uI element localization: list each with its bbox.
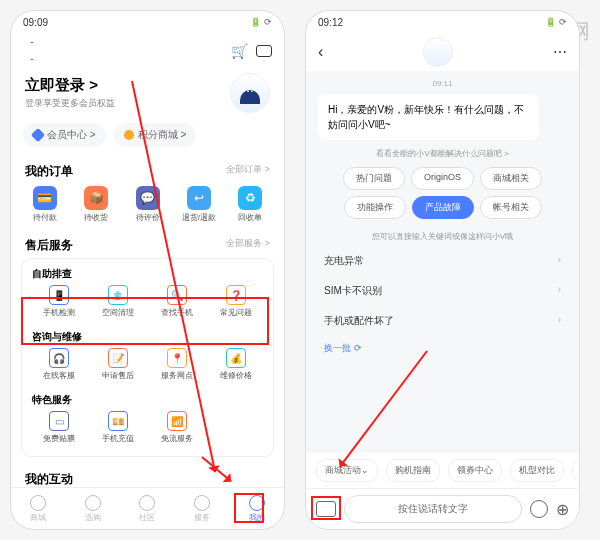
grid-item[interactable]: ▭免费贴膜 (30, 411, 89, 444)
refresh-batch[interactable]: 换一批 ⟳ (306, 336, 579, 361)
category-chip[interactable]: 商城相关 (480, 167, 542, 190)
app-icon: ↩ (187, 186, 211, 210)
chat-hint-1[interactable]: 看看全能的小V都能解决什么问题吧 > (306, 148, 579, 159)
app-icon: 💰 (226, 348, 246, 368)
avatar[interactable] (230, 73, 270, 113)
bot-message: Hi，亲爱的V粉，新年快乐！有什么问题，不妨问问小V吧~ (318, 94, 539, 140)
messages-icon[interactable] (256, 45, 272, 57)
grid-item[interactable]: 💳待付款 (19, 186, 70, 223)
keyboard-icon[interactable] (316, 501, 336, 517)
grid-item[interactable]: 🔍查找手机 (148, 285, 207, 318)
login-row[interactable]: 立即登录 > 登录享受更多会员权益 (11, 69, 284, 123)
content-scroll[interactable]: 我的订单 全部订单 > 💳待付款📦待收货💬待评价↩退货/退款♻回收单 售后服务 … (11, 157, 284, 487)
cart-icon[interactable] (231, 42, 248, 60)
points-mall-pill[interactable]: 积分商城 > (114, 123, 197, 147)
nav-item-服务[interactable]: 服务 (175, 488, 230, 529)
app-icon: ▭ (49, 411, 69, 431)
grid-label: 查找手机 (161, 307, 193, 318)
category-chip[interactable]: 帐号相关 (480, 196, 542, 219)
grid-item[interactable]: 🎧在线客服 (30, 348, 89, 381)
member-center-pill[interactable]: 会员中心 > (23, 123, 106, 147)
app-icon: ❓ (226, 285, 246, 305)
nav-item-社区[interactable]: 社区 (120, 488, 175, 529)
faq-row[interactable]: SIM卡不识别› (306, 276, 579, 306)
grid-label: 空间清理 (102, 307, 134, 318)
app-icon: 🔍 (167, 285, 187, 305)
chat-timestamp: 09:11 (306, 79, 579, 88)
nav-icon (30, 495, 46, 511)
orders-header: 我的订单 全部订单 > (11, 157, 284, 184)
coin-icon (124, 130, 134, 140)
grid-item[interactable]: ♻回收单 (225, 186, 276, 223)
category-chip[interactable]: 产品故障 (412, 196, 474, 219)
chevron-right-icon: › (558, 314, 561, 328)
grid-item[interactable]: ↩退货/退款 (173, 186, 224, 223)
grid-item[interactable]: 📱手机检测 (30, 285, 89, 318)
quick-action-chip[interactable]: 商城活动⌄ (316, 459, 378, 482)
orders-more[interactable]: 全部订单 > (226, 163, 270, 180)
quick-action-chip[interactable]: 机型对比 (510, 459, 564, 482)
app-icon: ♻ (238, 186, 262, 210)
grid-label: 在线客服 (43, 370, 75, 381)
orders-row: 💳待付款📦待收货💬待评价↩退货/退款♻回收单 (11, 184, 284, 231)
settings-icon[interactable] (23, 42, 41, 60)
nav-item-我的[interactable]: 我的 (229, 488, 284, 529)
nav-item-选购[interactable]: 选购 (66, 488, 121, 529)
quick-action-chip[interactable]: 购机指南 (386, 459, 440, 482)
status-bar: 09:09 🔋 ⟳ (11, 11, 284, 33)
voice-input-button[interactable]: 按住说话转文字 (344, 495, 522, 523)
grid-item[interactable]: 📶免流服务 (148, 411, 207, 444)
bottom-nav: 商城选购社区服务我的 (11, 487, 284, 529)
more-icon[interactable]: ⋯ (553, 44, 567, 60)
grid-label: 待收货 (84, 212, 108, 223)
chevron-right-icon: › (558, 284, 561, 298)
app-icon: 💴 (108, 411, 128, 431)
grid-item[interactable]: 📦待收货 (70, 186, 121, 223)
grid-item[interactable]: 💬待评价 (122, 186, 173, 223)
category-chip[interactable]: OriginOS (411, 167, 474, 190)
service-card: 自助排查 📱手机检测🗑空间清理🔍查找手机❓常见问题 咨询与维修 🎧在线客服📝申请… (21, 258, 274, 457)
nav-icon (139, 495, 155, 511)
nav-icon (249, 495, 265, 511)
status-bar: 09:12 🔋 ⟳ (306, 11, 579, 33)
grid-item[interactable]: 🗑空间清理 (89, 285, 148, 318)
faq-row[interactable]: 充电异常› (306, 246, 579, 276)
emoji-icon[interactable] (530, 500, 548, 518)
chat-input-bar: 按住说话转文字 ⊕ (306, 488, 579, 529)
grid-item[interactable]: 💴手机充值 (89, 411, 148, 444)
back-icon[interactable]: ‹ (318, 43, 323, 61)
grid-label: 待付款 (33, 212, 57, 223)
quick-action-chip[interactable]: 领券中心 (448, 459, 502, 482)
login-subtitle: 登录享受更多会员权益 (25, 97, 115, 110)
interact-header: 我的互动 (11, 465, 284, 487)
grid-item[interactable]: 📍服务网点 (148, 348, 207, 381)
grid-item[interactable]: 📝申请售后 (89, 348, 148, 381)
nav-item-商城[interactable]: 商城 (11, 488, 66, 529)
status-icons: 🔋 ⟳ (250, 17, 272, 27)
faq-label: 手机或配件坏了 (324, 314, 394, 328)
nav-icon (85, 495, 101, 511)
grid-label: 手机检测 (43, 307, 75, 318)
grid-item[interactable]: 💰维修价格 (206, 348, 265, 381)
grid-label: 待评价 (136, 212, 160, 223)
chevron-right-icon: › (558, 254, 561, 268)
faq-label: 充电异常 (324, 254, 364, 268)
service-title: 售后服务 (25, 237, 73, 254)
service-more[interactable]: 全部服务 > (226, 237, 270, 254)
bot-avatar[interactable] (423, 37, 453, 67)
chat-body[interactable]: 09:11 Hi，亲爱的V粉，新年快乐！有什么问题，不妨问问小V吧~ 看看全能的… (306, 71, 579, 453)
grid-item[interactable]: ❓常见问题 (206, 285, 265, 318)
app-icon: 📝 (108, 348, 128, 368)
app-icon: 📶 (167, 411, 187, 431)
faq-row[interactable]: 手机或配件坏了› (306, 306, 579, 336)
plus-icon[interactable]: ⊕ (556, 500, 569, 519)
app-icon: 📍 (167, 348, 187, 368)
app-icon: 🗑 (108, 285, 128, 305)
category-chip[interactable]: 功能操作 (344, 196, 406, 219)
category-chip[interactable]: 热门问题 (343, 167, 405, 190)
nav-label: 社区 (139, 512, 155, 523)
quick-action-chip[interactable]: 以 (572, 459, 579, 482)
nav-label: 我的 (249, 512, 265, 523)
status-icons: 🔋 ⟳ (545, 17, 567, 27)
diamond-icon (31, 128, 45, 142)
